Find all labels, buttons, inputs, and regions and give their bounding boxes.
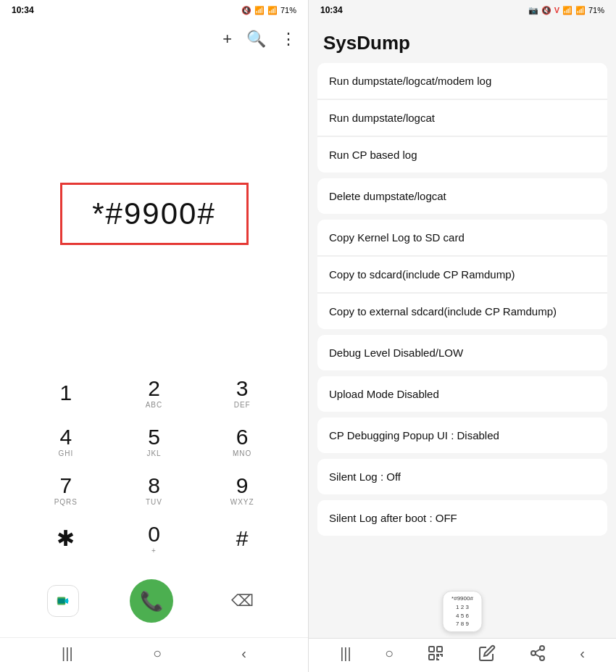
letters-9: WXYZ bbox=[230, 498, 254, 506]
digit-4: 4 bbox=[59, 426, 72, 448]
menu-group-3: Copy Kernel Log to SD card Copy to sdcar… bbox=[317, 220, 607, 329]
digit-3: 3 bbox=[236, 378, 249, 399]
right-time: 10:34 bbox=[320, 5, 343, 15]
dialer-display: *#9900# bbox=[0, 58, 308, 369]
menu-group-1: Run dumpstate/logcat/modem log Run dumps… bbox=[317, 63, 607, 173]
menu-list: Run dumpstate/logcat/modem log Run dumps… bbox=[309, 63, 616, 638]
recent-apps-nav[interactable]: ||| bbox=[62, 645, 73, 662]
svg-point-7 bbox=[531, 651, 536, 655]
digit-8: 8 bbox=[148, 475, 160, 497]
menu-group-8: Silent Log after boot : OFF bbox=[317, 500, 607, 536]
key-1[interactable]: 1 bbox=[22, 369, 110, 418]
letters-0: + bbox=[151, 547, 157, 555]
digit-7: 7 bbox=[59, 475, 72, 497]
right-header: SysDump bbox=[309, 20, 616, 63]
edit-icon[interactable] bbox=[478, 644, 496, 662]
signal-icon: 📶 bbox=[267, 6, 278, 15]
left-time: 10:34 bbox=[12, 5, 34, 15]
key-hash[interactable]: # bbox=[198, 515, 286, 563]
menu-group-2: Delete dumpstate/logcat bbox=[317, 178, 607, 214]
more-options-icon[interactable]: ⋮ bbox=[280, 30, 296, 49]
menu-item-run-cp-log[interactable]: Run CP based log bbox=[317, 137, 607, 173]
key-5[interactable]: 5 JKL bbox=[110, 418, 199, 466]
letters-2: ABC bbox=[146, 401, 163, 409]
menu-group-7: Silent Log : Off bbox=[317, 459, 607, 494]
home-nav[interactable]: ○ bbox=[153, 645, 162, 662]
svg-point-8 bbox=[540, 656, 544, 660]
digit-6: 6 bbox=[236, 426, 249, 448]
digit-star: ✱ bbox=[57, 528, 75, 549]
share-icon[interactable] bbox=[529, 644, 546, 662]
key-4[interactable]: 4 GHI bbox=[22, 418, 110, 466]
action-bar: 📞 ⌫ bbox=[0, 571, 308, 637]
thumbnail-pill[interactable]: *#9900#1 2 34 5 67 8 9 bbox=[443, 591, 483, 632]
back-nav[interactable]: ‹ bbox=[241, 645, 246, 662]
letters-6: MNO bbox=[233, 449, 251, 457]
svg-point-6 bbox=[540, 646, 544, 650]
key-9[interactable]: 9 WXYZ bbox=[198, 466, 286, 515]
menu-item-run-dumpstate-full[interactable]: Run dumpstate/logcat/modem log bbox=[317, 63, 607, 99]
letters-4: GHI bbox=[58, 449, 73, 457]
delete-button[interactable]: ⌫ bbox=[225, 583, 261, 619]
key-6[interactable]: 6 MNO bbox=[198, 418, 286, 466]
key-8[interactable]: 8 TUV bbox=[110, 466, 199, 515]
wifi-icon-right: 📶 bbox=[562, 6, 573, 15]
search-icon[interactable]: 🔍 bbox=[246, 30, 266, 49]
menu-item-cp-debugging[interactable]: CP Debugging Popup UI : Disabled bbox=[317, 418, 607, 453]
svg-rect-3 bbox=[429, 647, 434, 652]
digit-5: 5 bbox=[148, 426, 160, 448]
signal-icon-right: 📶 bbox=[575, 6, 586, 15]
svg-line-10 bbox=[535, 650, 540, 652]
keypad: 1 2 ABC 3 DEF 4 GHI 5 JKL 6 MNO 7 PQRS bbox=[0, 369, 308, 563]
battery-right: 71% bbox=[588, 6, 604, 14]
menu-item-copy-sdcard[interactable]: Copy to sdcard(include CP Ramdump) bbox=[317, 257, 607, 293]
key-star[interactable]: ✱ bbox=[22, 515, 110, 563]
menu-item-debug-level[interactable]: Debug Level Disabled/LOW bbox=[317, 335, 607, 370]
top-action-bar: + 🔍 ⋮ bbox=[0, 20, 308, 58]
letters-3: DEF bbox=[234, 401, 251, 409]
recent-apps-nav-right[interactable]: ||| bbox=[340, 645, 351, 662]
menu-group-6: CP Debugging Popup UI : Disabled bbox=[317, 418, 607, 453]
home-nav-right[interactable]: ○ bbox=[385, 645, 394, 662]
menu-group-4: Debug Level Disabled/LOW bbox=[317, 335, 607, 370]
digit-9: 9 bbox=[236, 475, 249, 497]
wifi-icon: 📶 bbox=[254, 6, 265, 15]
menu-item-silent-log[interactable]: Silent Log : Off bbox=[317, 459, 607, 494]
scan-icon[interactable] bbox=[427, 644, 444, 662]
menu-item-copy-kernel[interactable]: Copy Kernel Log to SD card bbox=[317, 220, 607, 256]
menu-item-delete-dumpstate[interactable]: Delete dumpstate/logcat bbox=[317, 178, 607, 214]
left-status-icons: 🔇 📶 📶 71% bbox=[241, 6, 296, 15]
mute-icon: 🔇 bbox=[241, 6, 251, 15]
menu-item-run-dumpstate[interactable]: Run dumpstate/logcat bbox=[317, 100, 607, 136]
menu-group-5: Upload Mode Disabled bbox=[317, 376, 607, 412]
left-nav-bar: ||| ○ ‹ bbox=[0, 637, 308, 672]
battery-left: 71% bbox=[280, 6, 296, 14]
back-nav-right[interactable]: ‹ bbox=[580, 645, 585, 662]
letters-5: JKL bbox=[146, 449, 161, 457]
digit-0: 0 bbox=[148, 523, 160, 545]
right-bottom-bar: *#9900#1 2 34 5 67 8 9 ||| ○ bbox=[309, 638, 616, 672]
add-contact-icon[interactable]: + bbox=[222, 30, 232, 49]
left-status-bar: 10:34 🔇 📶 📶 71% bbox=[0, 0, 308, 20]
key-3[interactable]: 3 DEF bbox=[198, 369, 286, 418]
right-status-icons: 📷 🔇 V 📶 📶 71% bbox=[528, 6, 604, 15]
page-title: SysDump bbox=[323, 32, 410, 54]
key-2[interactable]: 2 ABC bbox=[110, 369, 199, 418]
svg-line-9 bbox=[535, 655, 540, 658]
menu-item-silent-log-boot[interactable]: Silent Log after boot : OFF bbox=[317, 500, 607, 536]
digit-1: 1 bbox=[59, 382, 72, 404]
call-button[interactable]: 📞 bbox=[130, 579, 173, 623]
menu-item-upload-mode[interactable]: Upload Mode Disabled bbox=[317, 376, 607, 412]
key-0[interactable]: 0 + bbox=[110, 515, 199, 563]
digit-hash: # bbox=[236, 528, 249, 549]
camera-icon-status: 📷 bbox=[528, 6, 538, 15]
letters-7: PQRS bbox=[54, 498, 78, 506]
svg-rect-4 bbox=[437, 647, 442, 652]
letters-8: TUV bbox=[146, 498, 162, 506]
menu-item-copy-external-sdcard[interactable]: Copy to external sdcard(include CP Ramdu… bbox=[317, 294, 607, 329]
v-icon-right: V bbox=[554, 6, 559, 14]
meet-app-icon[interactable] bbox=[47, 585, 79, 617]
key-7[interactable]: 7 PQRS bbox=[22, 466, 110, 515]
right-status-bar: 10:34 📷 🔇 V 📶 📶 71% bbox=[309, 0, 616, 20]
digit-2: 2 bbox=[148, 378, 160, 399]
